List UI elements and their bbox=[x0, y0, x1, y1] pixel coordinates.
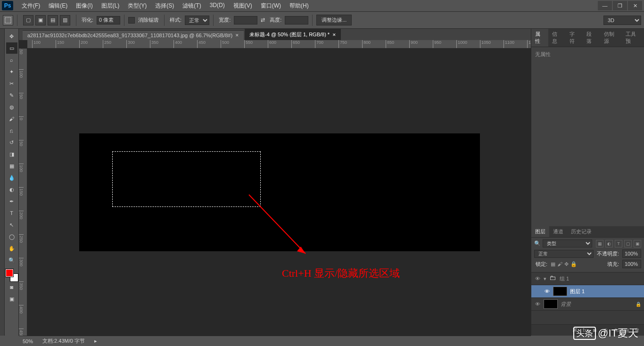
ruler-horizontal[interactable]: 0501001502002503003504004505005506006507… bbox=[27, 40, 531, 49]
pen-tool[interactable]: ✒ bbox=[6, 196, 17, 207]
doc-info[interactable]: 文档:2.43M/0 字节 bbox=[42, 338, 85, 345]
dock-sliver-left[interactable] bbox=[0, 29, 5, 336]
screen-mode-tool[interactable]: ▣ bbox=[6, 293, 17, 305]
menu-layer[interactable]: 图层(L) bbox=[98, 0, 124, 12]
minimize-button[interactable]: — bbox=[598, 1, 612, 10]
hand-tool[interactable]: ✋ bbox=[6, 243, 17, 254]
tab-history[interactable]: 历史记录 bbox=[567, 226, 595, 237]
tab-info[interactable]: 信息 bbox=[548, 29, 565, 47]
menu-image[interactable]: 图像(I) bbox=[72, 0, 96, 12]
layer-name[interactable]: 背景 bbox=[561, 301, 571, 308]
layer-name[interactable]: 图层 1 bbox=[570, 288, 585, 295]
fill-input[interactable] bbox=[622, 260, 641, 268]
visibility-icon[interactable]: 👁 bbox=[534, 275, 541, 282]
lock-paint-icon[interactable]: 🖌 bbox=[557, 261, 562, 267]
layer-name[interactable]: 组 1 bbox=[560, 275, 569, 282]
ruler-vertical[interactable]: 3002502001501005005010015020025030035040… bbox=[19, 49, 27, 336]
filter-smart-icon[interactable]: ▣ bbox=[634, 240, 641, 247]
menu-select[interactable]: 选择(S) bbox=[151, 0, 178, 12]
tool-preset-icon[interactable] bbox=[3, 15, 13, 25]
filter-adjust-icon[interactable]: ◐ bbox=[605, 240, 613, 247]
type-tool[interactable]: T bbox=[6, 207, 17, 219]
healing-tool[interactable]: ◍ bbox=[6, 101, 17, 113]
tab-channels[interactable]: 通道 bbox=[549, 226, 567, 237]
subtract-selection-icon[interactable]: ▤ bbox=[48, 15, 58, 25]
brush-tool[interactable]: 🖌 bbox=[6, 113, 17, 124]
quick-mask-tool[interactable]: ◙ bbox=[6, 281, 17, 293]
antialias-checkbox[interactable] bbox=[128, 17, 135, 24]
chevron-right-icon[interactable]: ▸ bbox=[94, 338, 97, 344]
height-input[interactable] bbox=[285, 16, 308, 25]
zoom-tool[interactable]: 🔍 bbox=[6, 255, 17, 266]
swap-icon[interactable]: ⇄ bbox=[261, 17, 265, 23]
menu-help[interactable]: 帮助(H) bbox=[286, 0, 313, 12]
history-brush-tool[interactable]: ↺ bbox=[6, 137, 17, 148]
layer-group[interactable]: 👁 ▾ 🗀 组 1 bbox=[531, 272, 644, 285]
menu-window[interactable]: 窗口(W) bbox=[257, 0, 285, 12]
style-select[interactable]: 正常 bbox=[185, 16, 209, 25]
zoom-level[interactable]: 50% bbox=[23, 338, 33, 344]
tab-clone-source[interactable]: 仿制源 bbox=[600, 29, 622, 47]
refine-edge-button[interactable]: 调整边缘... bbox=[316, 15, 352, 25]
menu-filter[interactable]: 滤镜(T) bbox=[179, 0, 205, 12]
color-swatches[interactable] bbox=[6, 269, 18, 281]
blend-mode-select[interactable]: 正常 bbox=[534, 250, 594, 258]
move-tool[interactable]: ✥ bbox=[6, 31, 17, 42]
layer-thumbnail[interactable] bbox=[544, 299, 558, 309]
tab-layers[interactable]: 图层 bbox=[531, 226, 549, 237]
maximize-button[interactable]: ❐ bbox=[613, 1, 627, 10]
layer-thumbnail[interactable] bbox=[553, 287, 567, 296]
stamp-tool[interactable]: ⎌ bbox=[6, 125, 17, 136]
close-icon[interactable]: ✕ bbox=[332, 33, 336, 37]
path-tool[interactable]: ↖ bbox=[6, 219, 17, 231]
chevron-down-icon[interactable]: ▾ bbox=[544, 276, 546, 282]
lock-position-icon[interactable]: ✥ bbox=[564, 261, 569, 267]
layer-item-1[interactable]: 👁 图层 1 bbox=[531, 285, 644, 298]
document-tab-2[interactable]: 未标题-4 @ 50% (图层 1, RGB/8) * ✕ bbox=[245, 29, 341, 40]
blur-tool[interactable]: 💧 bbox=[6, 172, 17, 183]
intersect-selection-icon[interactable]: ▥ bbox=[60, 15, 70, 25]
marquee-selection bbox=[112, 151, 261, 207]
magic-wand-tool[interactable]: ✦ bbox=[6, 66, 17, 77]
filter-shape-icon[interactable]: ▢ bbox=[624, 240, 632, 247]
height-label: 高度: bbox=[270, 16, 281, 24]
foreground-color[interactable] bbox=[6, 269, 13, 277]
eyedropper-tool[interactable]: ✎ bbox=[6, 90, 17, 101]
filter-pixel-icon[interactable]: ▦ bbox=[596, 240, 603, 247]
tab-character[interactable]: 字符 bbox=[566, 29, 583, 47]
search-icon[interactable]: 🔍 bbox=[534, 240, 541, 247]
tab-label: a28117ac91032c7eb6bdb2c42555ea83_9173330… bbox=[27, 33, 232, 38]
menu-type[interactable]: 类型(Y) bbox=[124, 0, 150, 12]
layer-filter-kind[interactable]: 类型 bbox=[543, 239, 592, 247]
tab-tool-presets[interactable]: 工具预 bbox=[622, 29, 644, 47]
canvas-viewport[interactable]: Ctrl+H 显示/隐藏所选区域 bbox=[27, 49, 531, 336]
dodge-tool[interactable]: ◐ bbox=[6, 184, 17, 195]
marquee-tool[interactable]: ▭ bbox=[6, 42, 17, 54]
tab-paragraph[interactable]: 段落 bbox=[583, 29, 600, 47]
gradient-tool[interactable]: ▦ bbox=[6, 160, 17, 172]
tab-properties[interactable]: 属性 bbox=[531, 29, 548, 47]
new-selection-icon[interactable]: ▢ bbox=[23, 15, 33, 25]
menu-file[interactable]: 文件(F) bbox=[18, 0, 44, 12]
add-selection-icon[interactable]: ▣ bbox=[35, 15, 46, 25]
lock-transparent-icon[interactable]: ▦ bbox=[551, 261, 555, 267]
feather-input[interactable] bbox=[97, 16, 120, 25]
crop-tool[interactable]: ✂ bbox=[6, 78, 17, 89]
eraser-tool[interactable]: ◨ bbox=[6, 148, 17, 160]
width-input[interactable] bbox=[234, 16, 257, 25]
visibility-icon[interactable]: 👁 bbox=[534, 301, 541, 307]
menu-view[interactable]: 视图(V) bbox=[230, 0, 256, 12]
menu-edit[interactable]: 编辑(E) bbox=[45, 0, 71, 12]
document-tab-1[interactable]: a28117ac91032c7eb6bdb2c42555ea83_9173330… bbox=[23, 30, 244, 40]
close-icon[interactable]: ✕ bbox=[235, 33, 239, 38]
lock-all-icon[interactable]: 🔒 bbox=[570, 261, 577, 267]
opacity-input[interactable] bbox=[622, 249, 641, 258]
close-button[interactable]: ✕ bbox=[628, 1, 642, 10]
layer-background[interactable]: 👁 背景 🔒 bbox=[531, 298, 644, 311]
lasso-tool[interactable]: ⌕ bbox=[6, 54, 17, 66]
shape-tool[interactable]: ◯ bbox=[6, 231, 17, 242]
filter-type-icon[interactable]: T bbox=[615, 240, 622, 247]
visibility-icon[interactable]: 👁 bbox=[544, 288, 550, 295]
menu-3d[interactable]: 3D(D) bbox=[206, 0, 229, 12]
workspace-select[interactable]: 3D bbox=[603, 16, 641, 25]
